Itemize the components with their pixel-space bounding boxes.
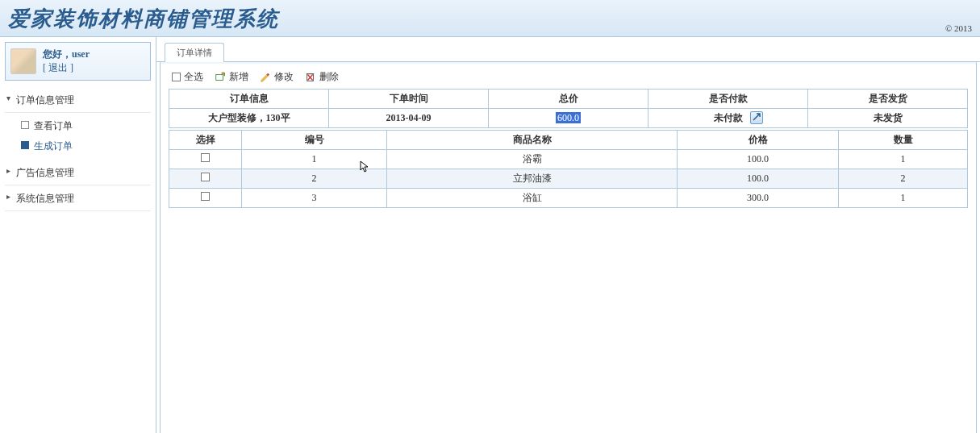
table-row: 1 浴霸 100.0 1 [169,150,968,169]
nav-orders[interactable]: 订单信息管理 [5,89,151,113]
table-row: 3 浴缸 300.0 1 [169,189,968,208]
delete-icon [305,72,316,83]
avatar [10,48,36,74]
row-checkbox[interactable] [201,153,210,162]
add-button[interactable]: 新增 [215,70,248,84]
popup-button[interactable] [750,111,763,124]
delete-button[interactable]: 删除 [305,70,339,84]
col-select: 选择 [169,131,242,150]
row-checkbox[interactable] [201,192,210,201]
header: 爱家装饰材料商铺管理系统 © 2013 [0,0,980,37]
select-all-button[interactable]: 全选 [172,70,203,84]
add-icon [215,72,226,83]
tab-order-detail[interactable]: 订单详情 [165,43,224,62]
cell-qty: 1 [839,189,968,208]
nav-ads[interactable]: 广告信息管理 [5,161,151,185]
content: 订单详情 全选 新增 修改 [156,37,980,433]
cell-price: 100.0 [678,150,839,169]
col-total: 总价 [489,90,648,109]
user-panel: 您好，user [ 退出 ] [5,42,151,81]
cell-price: 100.0 [678,169,839,189]
col-order-time: 下单时间 [329,90,489,109]
copyright: © 2013 [945,23,972,33]
cell-shipped: 未发货 [808,109,968,128]
items-table: 选择 编号 商品名称 价格 数量 1 浴霸 100.0 1 2 立邦油漆 [169,130,968,208]
cell-order-info: 大户型装修，130平 [169,109,329,128]
col-id: 编号 [242,131,387,150]
checkbox-icon [172,73,181,81]
cell-paid: 未付款 [648,109,808,128]
user-greeting: 您好，user [43,48,90,61]
svg-rect-0 [216,74,223,80]
logout-link[interactable]: [ 退出 ] [43,61,90,75]
col-shipped: 是否发货 [808,90,968,109]
cell-price: 300.0 [678,189,839,208]
order-summary-row: 大户型装修，130平 2013-04-09 600.0 未付款 未发货 [169,109,968,128]
nav-system[interactable]: 系统信息管理 [5,187,151,211]
row-checkbox[interactable] [201,173,210,181]
cell-qty: 1 [839,150,968,169]
edit-button[interactable]: 修改 [260,70,294,84]
nav-view-orders[interactable]: 查看订单 [21,116,151,136]
col-order-info: 订单信息 [169,90,329,109]
cell-order-time: 2013-04-09 [329,109,489,128]
toolbar: 全选 新增 修改 删除 [169,70,968,84]
sidebar: 您好，user [ 退出 ] 订单信息管理 查看订单 生成订单 广告信息管理 系… [0,37,156,433]
cell-total[interactable]: 600.0 [489,109,648,128]
cell-name: 立邦油漆 [387,169,678,189]
edit-icon [260,72,271,83]
cell-id: 2 [242,169,387,189]
table-row: 2 立邦油漆 100.0 2 [169,169,968,189]
col-price: 价格 [678,131,839,150]
cell-name: 浴缸 [387,189,678,208]
nav-create-order[interactable]: 生成订单 [21,136,151,156]
expand-icon [753,112,761,124]
col-name: 商品名称 [387,131,678,150]
order-summary-table: 订单信息 下单时间 总价 是否付款 是否发货 大户型装修，130平 2013-0… [169,89,968,128]
cell-qty: 2 [839,169,968,189]
tabbar: 订单详情 [156,42,980,62]
app-title: 爱家装饰材料商铺管理系统 [8,5,972,33]
cell-name: 浴霸 [387,150,678,169]
cell-id: 1 [242,150,387,169]
cell-id: 3 [242,189,387,208]
col-qty: 数量 [839,131,968,150]
col-paid: 是否付款 [648,90,808,109]
